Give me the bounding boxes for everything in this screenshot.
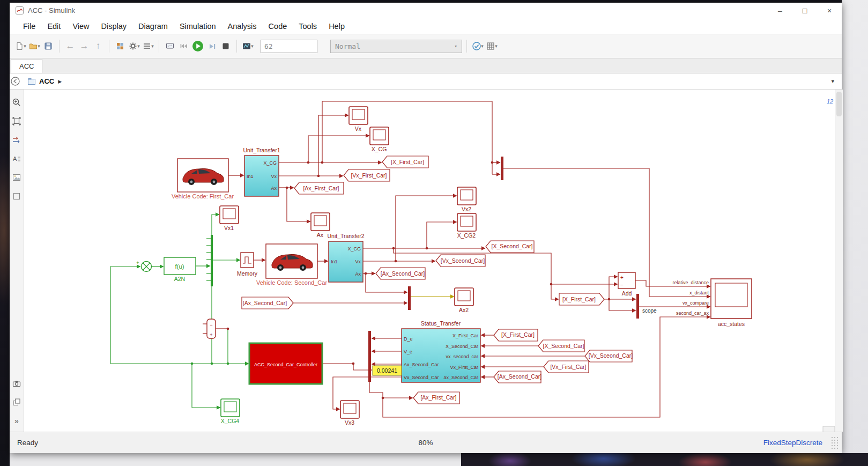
scope-vx1[interactable]: Vx1	[220, 206, 239, 231]
caret-icon[interactable]: ▾	[137, 43, 140, 49]
expand-palette-button[interactable]: »	[11, 416, 22, 426]
mux-status[interactable]	[368, 331, 371, 382]
caret-icon[interactable]: ▾	[24, 43, 26, 49]
signal-routing-button[interactable]	[11, 135, 22, 145]
goto-tag-x-second-2[interactable]: [X_Second_Car]	[538, 340, 584, 352]
simulation-display-button[interactable]: ▾	[241, 39, 254, 54]
goto-tag-vx-second-2[interactable]: [Vx_Sceond_Car]	[585, 350, 633, 362]
scope-vx3[interactable]: Vx3	[340, 401, 359, 426]
breadcrumb-model-name[interactable]: ACC	[39, 77, 54, 85]
caret-icon[interactable]: ▾	[481, 43, 484, 49]
resize-grip[interactable]	[831, 437, 839, 449]
minimize-button[interactable]: –	[768, 3, 792, 18]
block-vehicle-second-car[interactable]: Vehicle Code: Second_Car	[256, 244, 327, 286]
run-button[interactable]	[191, 39, 204, 54]
block-subtract[interactable]: − +	[207, 319, 216, 338]
from-tag-x-first[interactable]: [X_First_Car]	[559, 293, 604, 305]
menu-tools[interactable]: Tools	[293, 22, 323, 31]
diagnostics-viewer-button[interactable]: ▾	[142, 39, 154, 54]
model-canvas[interactable]: scope + f(u)	[24, 90, 835, 432]
stop-button[interactable]	[219, 39, 232, 54]
scope-ax2[interactable]: Ax2	[455, 288, 473, 313]
breadcrumb-dropdown-icon[interactable]: ▾	[831, 78, 834, 85]
block-memory[interactable]: Memory	[237, 253, 258, 277]
mux-top-right[interactable]	[501, 157, 503, 180]
save-button[interactable]	[42, 39, 55, 54]
goto-tag-vx-second-1[interactable]: [Vx_Sceond_Car]	[436, 255, 485, 267]
up-button[interactable]: ↑	[92, 39, 105, 54]
goto-tag-vx-first-2[interactable]: [Vx_First_Car]	[544, 361, 589, 373]
from-tag-ax-second[interactable]: [Ax_Second_Car]	[242, 297, 293, 309]
model-data-editor-button[interactable]: ▾	[485, 39, 498, 54]
block-unit-transfer2[interactable]: Unit_Transfer2 In1 X_CG Vx Ax	[327, 233, 364, 282]
area-button[interactable]	[11, 191, 22, 202]
step-back-button[interactable]	[177, 39, 190, 54]
goto-tag-vx-first-1[interactable]: [Vx_First_Car]	[344, 169, 390, 181]
sim-mode-select[interactable]: Normal ▾	[330, 40, 462, 53]
goto-tag-x-first-1[interactable]: [X_First_Car]	[382, 156, 428, 168]
back-button[interactable]: ←	[64, 39, 77, 54]
block-vehicle-first-car[interactable]: Vehicle Code: First_Car	[172, 159, 234, 199]
scope-vx2[interactable]: Vx2	[457, 187, 476, 212]
block-status-transfer[interactable]: Status_Transfer D_e V_e Ax_Second_Car Vx…	[402, 320, 480, 382]
model-advisor-button[interactable]: ▾	[471, 39, 484, 54]
fast-restart-button[interactable]	[164, 39, 176, 54]
goto-tag-x-second-1[interactable]: [X_Second_Car]	[486, 241, 534, 253]
simulink-app-icon	[16, 6, 24, 14]
menu-code[interactable]: Code	[263, 22, 293, 31]
screenshot-button[interactable]	[11, 378, 22, 389]
block-sum[interactable]: +	[136, 260, 151, 272]
new-model-button[interactable]: ▾	[14, 39, 27, 54]
goto-tag-ax-first-2[interactable]: [Ax_First_Car]	[413, 392, 459, 404]
menu-view[interactable]: View	[66, 22, 95, 31]
demux-green[interactable]	[206, 235, 213, 286]
tab-acc[interactable]: ACC	[11, 59, 42, 73]
block-display[interactable]: 0.00241	[373, 366, 402, 375]
menu-diagram[interactable]: Diagram	[132, 22, 174, 31]
block-acc-controller[interactable]: ACC_Second_Car_Controller	[249, 343, 322, 384]
mux-scope[interactable]	[636, 294, 639, 319]
caret-icon[interactable]: ▾	[251, 43, 254, 49]
goto-tag-x-first-2[interactable]: [X_First_Car]	[494, 329, 538, 341]
vertical-scrollbar[interactable]	[835, 90, 843, 432]
mux-ax2[interactable]	[408, 286, 411, 310]
caret-icon[interactable]: ▾	[38, 43, 40, 49]
goto-tag-ax-second-1[interactable]: [Ax_Second_Car]	[376, 268, 425, 279]
svg-text:A: A	[13, 156, 17, 162]
annotation-button[interactable]: A	[11, 153, 22, 164]
menu-file[interactable]: File	[17, 22, 41, 31]
menu-display[interactable]: Display	[95, 22, 133, 31]
step-forward-button[interactable]	[205, 39, 218, 54]
zoom-button[interactable]	[11, 97, 22, 108]
scope-xcg[interactable]: X_CG	[370, 127, 389, 152]
model-settings-button[interactable]: ▾	[128, 39, 140, 54]
caret-icon[interactable]: ▾	[151, 43, 154, 49]
stop-time-input[interactable]	[261, 40, 317, 53]
fit-view-button[interactable]	[11, 116, 22, 127]
image-button[interactable]	[11, 172, 22, 183]
menu-simulation[interactable]: Simulation	[174, 22, 222, 31]
goto-tag-ax-second-2[interactable]: [Ax_Second_Car]	[494, 371, 541, 383]
open-button[interactable]: ▾	[28, 39, 41, 54]
layers-button[interactable]	[11, 397, 22, 408]
forward-button[interactable]: →	[78, 39, 91, 54]
scope-xcg4[interactable]: X_CG4	[221, 399, 240, 424]
library-browser-button[interactable]	[114, 39, 127, 54]
menu-edit[interactable]: Edit	[41, 22, 66, 31]
menu-analysis[interactable]: Analysis	[222, 22, 263, 31]
scope-vx[interactable]: Vx	[349, 107, 368, 132]
explorer-toggle-button[interactable]	[10, 76, 20, 87]
block-fcn[interactable]: f(u) A2N	[164, 257, 196, 282]
scope-xcg2[interactable]: X_CG2	[457, 213, 476, 239]
scrollbar-thumb[interactable]	[836, 92, 842, 116]
goto-tag-ax-first-1[interactable]: [Ax_First_Car]	[294, 182, 344, 194]
close-button[interactable]: ×	[817, 3, 842, 18]
menu-help[interactable]: Help	[323, 22, 351, 31]
toolbar-separator	[159, 40, 159, 53]
block-unit-transfer1[interactable]: Unit_Transfer1 In1 X_CG Vx Ax	[243, 147, 280, 196]
maximize-button[interactable]: □	[792, 3, 817, 18]
block-add[interactable]: + − Add	[618, 272, 635, 297]
caret-icon[interactable]: ▾	[495, 43, 498, 49]
breadcrumb[interactable]: ACC ▶	[28, 77, 62, 85]
solver-name[interactable]: FixedStepDiscrete	[763, 439, 822, 447]
